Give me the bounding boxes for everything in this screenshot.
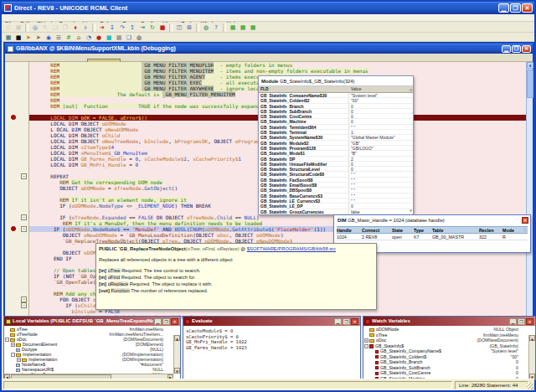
editor-maximize-button[interactable]: ❐ (512, 45, 521, 53)
table-green-3-icon[interactable]: ▦ (248, 23, 258, 32)
watch-icon (365, 319, 370, 324)
table-green-2-icon[interactable]: ▦ (238, 23, 248, 32)
title-bar[interactable]: Direct - REV8 - UNICODE RCML Client ▁ ❐ … (2, 2, 534, 14)
tree-expander-icon[interactable]: + (364, 338, 368, 343)
source-link[interactable]: $SOFTWARE/PROGRAMS/GB/tlib58.src (247, 246, 336, 251)
scroll-up-chevron-icon[interactable]: ▲ (410, 88, 412, 91)
app-icon (4, 4, 12, 12)
globe-dark-icon[interactable]: ◍ (134, 34, 144, 42)
record-icon[interactable]: ● (94, 34, 104, 42)
panel-minimize-button[interactable]: ▁ (334, 318, 342, 325)
maximize-button[interactable]: ❐ (510, 3, 521, 13)
table-green-1-icon[interactable]: ▦ (228, 23, 238, 32)
fold-toggle-icon[interactable]: − (21, 302, 27, 308)
db-table-row: 10242 REV8openK7GB_00_MASTR322R (337, 234, 528, 240)
panel-minimize-button[interactable]: ▁ (509, 318, 517, 325)
edit-icon[interactable]: ✎ (40, 23, 50, 32)
field-name: GB_StateInfo_Module$2 (259, 141, 349, 145)
scrollbar-thumb[interactable] (527, 70, 533, 98)
breakpoint-icon[interactable] (11, 226, 16, 231)
list-icon[interactable]: ☰ (54, 34, 64, 42)
field-value: " " (349, 188, 413, 192)
pointer-2-icon[interactable]: ➤ (34, 34, 44, 42)
watch-vscrollbar[interactable]: ▲ ▼ (528, 335, 535, 379)
watch-title: Watch Variables (372, 317, 508, 326)
home-icon[interactable]: ⌂ (74, 34, 84, 42)
run-to-cursor-icon[interactable]: ⇥ (137, 23, 147, 32)
local-variables-vscrollbar[interactable]: ▲ ▼ (173, 335, 180, 374)
editor-close-button[interactable]: ✕ (522, 45, 531, 53)
editor-title-bar[interactable]: GB/IbbANX @ $KBIN\MenuSupportXML.kbin (D… (5, 44, 533, 54)
popup-close-icon[interactable]: ✕ (522, 217, 528, 224)
close-button[interactable]: ✕ (522, 3, 533, 13)
local-variables-title-bar[interactable]: Local Variables (PUBLIC DEFSUB `GB_MenuT… (4, 317, 180, 326)
evaluate-output[interactable]: sCacheModule$ = 0sCachePriority$ = 0GB_M… (183, 326, 360, 350)
pattern-icon[interactable]: ▩ (114, 34, 124, 42)
scroll-up-icon[interactable]: ▲ (174, 335, 180, 341)
flag-icon (375, 366, 379, 369)
window-split-icon[interactable]: ◫ (174, 23, 184, 32)
hash-icon[interactable]: # (64, 34, 74, 42)
field-value: 0 (349, 204, 413, 208)
window-tile-icon[interactable]: ⊞ (184, 23, 194, 32)
run-icon[interactable]: ➜ (97, 23, 107, 32)
db-col-value: open (392, 234, 414, 240)
find-icon[interactable]: ◔ (84, 34, 94, 42)
stop-icon[interactable]: ■ (157, 23, 168, 32)
fold-toggle-icon[interactable]: − (21, 226, 27, 232)
toolbar-row-1: ▯▦◎✎❏❐⬧⬨➜↧↷↥⇥↻■◫⊞◍?▦▦▦ (2, 23, 534, 33)
panel-maximize-button[interactable]: ❐ (343, 318, 350, 325)
tree-expander-icon[interactable]: − (364, 344, 368, 348)
search-icon[interactable]: ◎ (30, 23, 40, 32)
variable-name: GB_StateInfo_CoIdent$ (380, 354, 426, 359)
copy-icon[interactable]: ❏ (50, 23, 60, 32)
grid-icon[interactable]: ▦ (3, 34, 13, 42)
step-out-icon[interactable]: ↥ (127, 23, 137, 32)
evaluate-line: GB_Parms_Handle = 1023 (186, 345, 360, 351)
pin-icon[interactable]: ◎ (523, 227, 528, 232)
swatch-icon[interactable]: ■ (104, 34, 114, 42)
evaluate-title-bar[interactable]: Evaluate ▁ ❐ ✕ (183, 317, 360, 326)
fold-toggle-icon[interactable]: − (21, 173, 27, 179)
minimize-button[interactable]: ▁ (498, 3, 509, 13)
panel-close-button[interactable]: ✕ (526, 318, 533, 325)
scroll-up-icon[interactable]: ▲ (529, 335, 535, 341)
tooltip-line: [out] Function The number of references … (99, 287, 374, 294)
scroll-down-icon[interactable]: ▼ (174, 368, 180, 374)
fold-toggle-icon[interactable]: − (21, 297, 27, 302)
save-icon[interactable]: ▦ (13, 23, 23, 32)
fold-toggle-icon[interactable]: − (21, 214, 27, 220)
flag-icon (375, 355, 379, 358)
panel-maximize-button[interactable]: ❐ (162, 318, 170, 325)
scroll-down-chevron-icon[interactable]: ▼ (410, 209, 412, 213)
step-over-icon[interactable]: ↷ (117, 23, 127, 32)
paste-icon[interactable]: ❐ (60, 23, 70, 32)
code-line[interactable]: REM _GB_MENU_FILTER_MENUITEM - items and… (29, 68, 526, 74)
resize-grip[interactable] (527, 383, 533, 389)
panel-maximize-button[interactable]: ❐ (518, 318, 525, 325)
new-document-icon[interactable]: ▯ (3, 23, 13, 32)
help-icon[interactable]: ? (211, 23, 221, 32)
pointer-1-icon[interactable]: ➤ (23, 34, 34, 42)
breakpoint-icon[interactable] (11, 115, 16, 120)
panel-minimize-button[interactable]: ▁ (154, 318, 162, 325)
editor-tab-strip: Foreground|GB/IbBASE|GB/IbbANX (5, 54, 533, 62)
book-blue-icon[interactable]: ⬨ (80, 23, 90, 32)
watch-title-bar[interactable]: Watch Variables ▁ ❐ ✕ (363, 317, 535, 326)
scroll-up-icon[interactable]: ▲ (527, 62, 533, 69)
window-icon[interactable]: ❏ (124, 34, 134, 42)
menu-bar: FileEditObjectSearchLineDebugTrapConfigV… (2, 14, 534, 22)
console-icon[interactable]: ■ (13, 34, 23, 42)
globe-icon[interactable]: ◍ (201, 23, 211, 32)
book-red-icon[interactable]: ⬧ (70, 23, 80, 32)
step-into-icon[interactable]: ↧ (107, 23, 117, 32)
editor-minimize-button[interactable]: ▁ (502, 45, 511, 53)
db-col-value: 2 REV8 (362, 234, 392, 240)
panel-close-button[interactable]: ✕ (171, 318, 178, 325)
restart-icon[interactable]: ↻ (147, 23, 157, 32)
code-line[interactable]: REM _GB_MENU_FILTER_MENUFLDR - empty fol… (29, 62, 526, 68)
variable-name: oTree (376, 333, 387, 338)
panel-close-button[interactable]: ✕ (351, 318, 358, 325)
variable-name: GB_StateInfo_Branch (380, 359, 422, 364)
inspect-icon[interactable]: ◉ (44, 34, 54, 42)
